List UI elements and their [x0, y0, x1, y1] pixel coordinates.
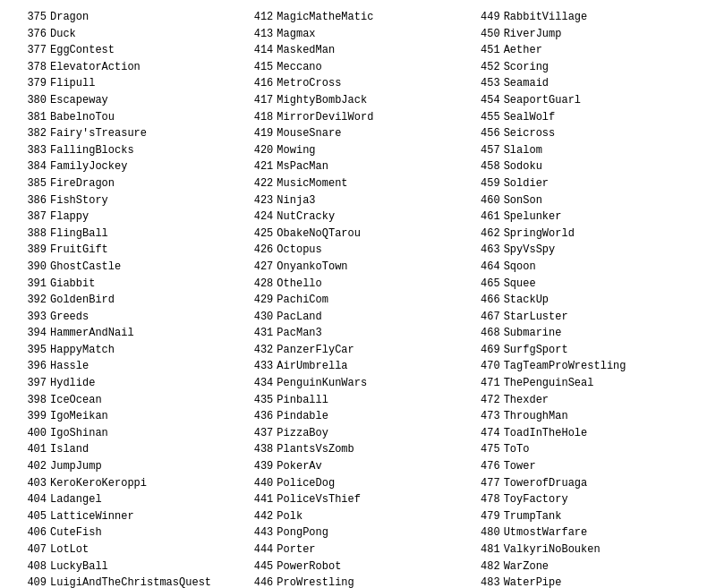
list-item: 480UtmostWarfare — [472, 524, 689, 541]
entry-title: Submarine — [504, 325, 562, 342]
entry-title: GhostCastle — [50, 259, 121, 276]
entry-number: 375 — [18, 9, 47, 26]
entry-number: 415 — [244, 59, 273, 76]
list-item: 385FireDragon — [18, 175, 235, 192]
list-item: 441PoliceVsThief — [244, 491, 462, 508]
entry-title: Sqoon — [504, 259, 536, 276]
entry-title: Seicross — [504, 125, 556, 142]
list-item: 387Flappy — [18, 209, 235, 226]
entry-title: Flappy — [50, 209, 89, 226]
list-item: 469SurfgSport — [472, 342, 689, 359]
entry-number: 475 — [472, 441, 500, 458]
list-item: 467StarLuster — [472, 309, 689, 326]
entry-number: 477 — [472, 475, 500, 492]
list-item: 424NutCracky — [244, 209, 462, 226]
entry-title: PowerRobot — [277, 558, 341, 575]
entry-number: 436 — [244, 408, 273, 425]
entry-title: TrumpTank — [504, 508, 562, 525]
list-item: 409LuigiAndTheChristmasQuest — [18, 575, 235, 588]
entry-title: TagTeamProWrestling — [504, 358, 626, 375]
entry-number: 377 — [18, 42, 47, 59]
entry-number: 437 — [244, 425, 273, 442]
entry-number: 445 — [244, 558, 273, 575]
list-item: 391Giabbit — [18, 276, 235, 293]
entry-title: ThroughMan — [504, 408, 568, 425]
list-item: 419MouseSnare — [244, 125, 462, 142]
entry-title: Dragon — [50, 9, 89, 26]
entry-number: 391 — [18, 276, 47, 293]
entry-number: 418 — [244, 109, 273, 126]
list-item: 452Scoring — [472, 59, 689, 76]
list-item: 401Island — [18, 441, 235, 458]
entry-number: 402 — [18, 458, 47, 475]
entry-title: MightyBombJack — [277, 92, 367, 109]
entry-title: CuteFish — [50, 524, 102, 541]
list-item: 456Seicross — [472, 125, 689, 142]
entry-number: 414 — [244, 42, 273, 59]
entry-number: 462 — [472, 226, 500, 243]
entry-title: IceOcean — [50, 392, 102, 409]
list-item: 431PacMan3 — [244, 325, 462, 342]
list-item: 415Meccano — [244, 59, 462, 76]
list-item: 445PowerRobot — [244, 558, 462, 575]
list-item: 450RiverJump — [472, 26, 689, 43]
entry-title: FruitGift — [50, 242, 108, 259]
entry-number: 384 — [18, 158, 47, 175]
list-item: 459Soldier — [472, 175, 689, 192]
list-item: 438PlantsVsZomb — [244, 441, 462, 458]
list-item: 412MagicMatheMatic — [244, 9, 462, 26]
entry-title: HappyMatch — [50, 342, 115, 359]
list-item: 404Ladangel — [18, 491, 235, 508]
entry-title: ElevatorAction — [50, 59, 141, 76]
entry-title: PokerAv — [277, 458, 321, 475]
list-item: 432PanzerFlyCar — [244, 342, 462, 359]
entry-number: 479 — [472, 508, 500, 525]
list-item: 408LuckyBall — [18, 558, 235, 575]
entry-number: 392 — [18, 292, 47, 309]
entry-number: 432 — [244, 342, 273, 359]
columns-container: 375Dragon376Duck377EggContest378Elevator… — [13, 9, 694, 588]
entry-title: LotLot — [50, 541, 89, 558]
entry-number: 390 — [18, 259, 47, 276]
entry-number: 408 — [18, 558, 47, 575]
list-item: 475ToTo — [472, 441, 689, 458]
list-item: 413Magmax — [244, 26, 462, 43]
list-item: 461Spelunker — [472, 209, 689, 226]
list-item: 425ObakeNoQTarou — [244, 226, 462, 243]
list-item: 376Duck — [18, 26, 235, 43]
list-item: 433AirUmbrella — [244, 358, 462, 375]
entry-title: MetroCross — [277, 75, 341, 92]
entry-number: 399 — [18, 408, 47, 425]
entry-number: 476 — [472, 458, 500, 475]
entry-number: 472 — [472, 392, 500, 409]
list-item: 390GhostCastle — [18, 259, 235, 276]
entry-title: Greeds — [50, 309, 89, 326]
entry-number: 430 — [244, 309, 273, 326]
entry-title: MagicMatheMatic — [277, 9, 373, 26]
list-item: 417MightyBombJack — [244, 92, 462, 109]
entry-title: Soldier — [504, 175, 549, 192]
entry-title: PacMan3 — [277, 325, 321, 342]
entry-title: GoldenBird — [50, 292, 115, 309]
entry-number: 413 — [244, 26, 273, 43]
entry-number: 382 — [18, 125, 47, 142]
entry-number: 379 — [18, 75, 47, 92]
entry-number: 419 — [244, 125, 273, 142]
entry-number: 455 — [472, 109, 500, 126]
list-item: 392GoldenBird — [18, 292, 235, 309]
entry-number: 404 — [18, 491, 47, 508]
list-item: 454SeaportGuarl — [472, 92, 689, 109]
list-item: 397Hydlide — [18, 375, 235, 392]
list-item: 381BabelnoTou — [18, 109, 235, 126]
list-item: 435Pinballl — [244, 392, 462, 409]
entry-number: 449 — [472, 9, 500, 26]
entry-title: Sodoku — [504, 158, 542, 175]
list-item: 451Aether — [472, 42, 689, 59]
entry-title: ToyFactory — [504, 491, 568, 508]
entry-number: 439 — [244, 458, 273, 475]
entry-number: 453 — [472, 75, 500, 92]
entry-number: 464 — [472, 259, 500, 276]
entry-title: PlantsVsZomb — [277, 441, 354, 458]
entry-title: Polk — [277, 508, 302, 525]
list-item: 478ToyFactory — [472, 491, 689, 508]
